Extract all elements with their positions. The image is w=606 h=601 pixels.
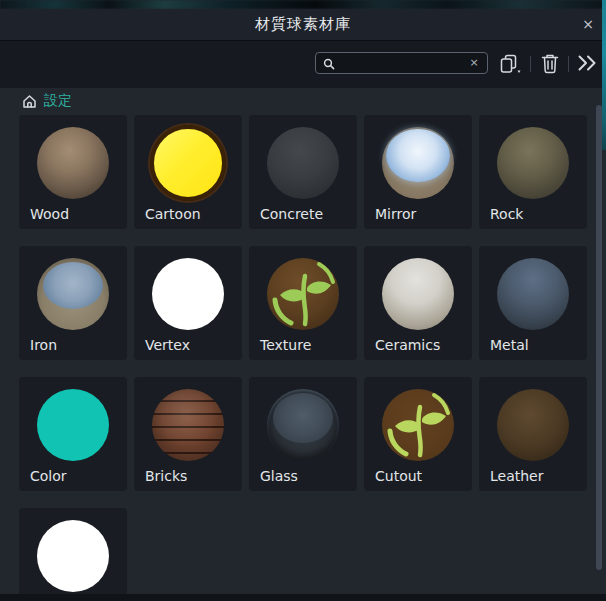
material-label: Rock: [490, 206, 523, 222]
material-sphere-preview: [267, 389, 339, 461]
material-sphere-preview: [152, 389, 224, 461]
material-label: Bricks: [145, 468, 187, 484]
copy-icon[interactable]: [498, 54, 522, 74]
material-tile[interactable]: Glass: [249, 377, 357, 491]
material-tile[interactable]: Metal: [479, 246, 587, 360]
material-label: Leather: [490, 468, 543, 484]
material-label: Wood: [30, 206, 69, 222]
material-tile[interactable]: Bricks: [134, 377, 242, 491]
material-sphere-preview: [497, 127, 569, 199]
toolbar-separator: [530, 56, 531, 72]
material-tile[interactable]: Ceramics: [364, 246, 472, 360]
material-sphere-preview: [267, 258, 339, 330]
dialog-titlebar: 材質球素材庫 ×: [0, 9, 606, 40]
material-label: Cutout: [375, 468, 422, 484]
material-tile[interactable]: Texture: [249, 246, 357, 360]
search-clear-icon[interactable]: ×: [467, 55, 481, 71]
material-sphere-preview: [497, 258, 569, 330]
toolbar: ×: [0, 40, 606, 88]
window-bottom-edge: [0, 594, 606, 601]
material-tile[interactable]: Cartoon: [134, 115, 242, 229]
vertical-scrollbar-thumb[interactable]: [596, 105, 602, 570]
material-label: Texture: [260, 337, 311, 353]
search-input[interactable]: [340, 53, 464, 73]
material-label: Concrete: [260, 206, 323, 222]
material-tile[interactable]: Cutout: [364, 377, 472, 491]
material-sphere-preview: [37, 520, 109, 592]
material-label: Glass: [260, 468, 298, 484]
material-label: Metal: [490, 337, 529, 353]
material-sphere-preview: [37, 258, 109, 330]
material-label: Iron: [30, 337, 57, 353]
material-label: Vertex: [145, 337, 190, 353]
copy-dropdown-caret: [518, 71, 521, 74]
material-tile[interactable]: Mirror: [364, 115, 472, 229]
material-label: Mirror: [375, 206, 416, 222]
search-box[interactable]: ×: [315, 52, 488, 74]
trash-icon[interactable]: [540, 53, 560, 74]
double-chevron-right-icon[interactable]: [576, 53, 598, 73]
dialog-title: 材質球素材庫: [255, 15, 351, 34]
material-label: Color: [30, 468, 67, 484]
material-label: Ceramics: [375, 337, 440, 353]
material-sphere-preview: [497, 389, 569, 461]
material-sphere-preview: [37, 389, 109, 461]
breadcrumb[interactable]: 設定: [0, 88, 590, 114]
material-tile[interactable]: Vertex: [134, 246, 242, 360]
material-sphere-preview: [382, 127, 454, 199]
close-icon[interactable]: ×: [578, 13, 598, 35]
material-tile[interactable]: Color: [19, 377, 127, 491]
toolbar-separator: [568, 56, 569, 72]
material-label: Cartoon: [145, 206, 201, 222]
material-tile[interactable]: Rock: [479, 115, 587, 229]
home-icon: [22, 94, 37, 109]
material-sphere-preview: [382, 258, 454, 330]
material-tile[interactable]: Leather: [479, 377, 587, 491]
material-sphere-preview: [267, 127, 339, 199]
material-tile[interactable]: Concrete: [249, 115, 357, 229]
window-edge-accent: [602, 0, 606, 150]
material-sphere-preview: [382, 389, 454, 461]
material-sphere-preview: [37, 127, 109, 199]
search-icon: [323, 58, 335, 70]
material-grid: Wood Cartoon Concrete Mirror Rock Iron V…: [19, 115, 587, 601]
breadcrumb-label: 設定: [44, 92, 72, 110]
material-tile[interactable]: Wood: [19, 115, 127, 229]
material-sphere-preview: [152, 258, 224, 330]
background-app-strip: [0, 0, 606, 9]
material-sphere-preview: [150, 125, 226, 201]
material-tile[interactable]: [19, 508, 127, 601]
material-tile[interactable]: Iron: [19, 246, 127, 360]
